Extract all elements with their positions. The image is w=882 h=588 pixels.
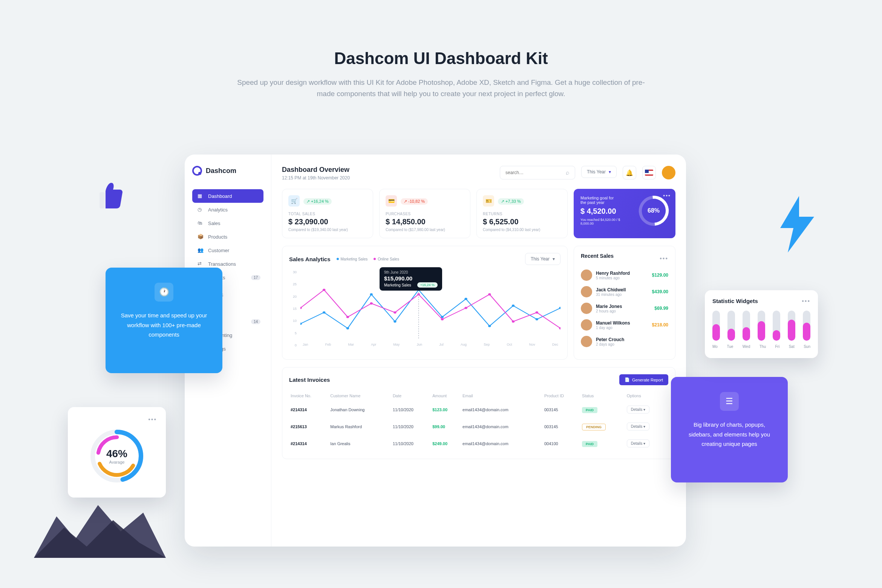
document-icon: 📄 xyxy=(625,377,630,382)
statistic-widget-card: Statistic Widgets••• MoTueWedThuFriSatSu… xyxy=(705,290,818,358)
svg-point-15 xyxy=(346,316,349,318)
marketing-goal-card: •••Marketing goal for the past year$ 4,5… xyxy=(574,189,675,238)
sales-analytics-chart: Sales Analytics Marketing Sales Online S… xyxy=(282,246,568,360)
svg-point-11 xyxy=(536,318,538,320)
logo[interactable]: Dashcom xyxy=(192,166,263,176)
chart-tooltip: 9th June 2020 $15,090.00 Marketing Sales… xyxy=(380,267,442,291)
sidebar-item-products[interactable]: 📦Products xyxy=(192,230,263,243)
nav-icon: 👥 xyxy=(198,247,204,253)
svg-point-23 xyxy=(536,311,538,314)
nav-icon: ▦ xyxy=(198,193,204,199)
bar xyxy=(788,311,795,341)
language-button[interactable] xyxy=(642,166,656,179)
svg-point-20 xyxy=(464,307,467,309)
legend-online: Online Sales xyxy=(374,257,399,261)
svg-point-5 xyxy=(394,320,396,323)
nav-icon: 📦 xyxy=(198,234,204,240)
invoices-title: Latest Invoices xyxy=(289,377,330,383)
more-icon[interactable]: ••• xyxy=(148,416,157,423)
bar xyxy=(758,311,765,341)
details-button[interactable]: Details ▾ xyxy=(627,423,649,430)
status-badge: PENDING xyxy=(582,424,606,430)
invoice-row: #214314Jonathan Downing11/10/2020$123.00… xyxy=(289,401,668,418)
invoice-row: #214314Ian Grealis11/10/2020$249.00email… xyxy=(289,435,668,452)
stat-card: 💳↗ -10,82 %PURCHASES$ 14,850.00Compared … xyxy=(379,189,470,238)
main-content: Dashboard Overview 12:15 PM at 19th Nove… xyxy=(271,155,686,547)
svg-point-2 xyxy=(323,311,325,314)
nav-icon: ◷ xyxy=(198,207,204,213)
sidebar-item-analytics[interactable]: ◷Analytics xyxy=(192,203,263,216)
svg-point-14 xyxy=(323,289,325,291)
clock-icon: 🕐 xyxy=(159,287,169,297)
promo-card-library: ☰ Big library of charts, popups, sidebar… xyxy=(671,377,788,482)
stat-delta: ↗ -10,82 % xyxy=(401,198,428,205)
nav-icon: 🛍 xyxy=(198,220,204,226)
recent-title: Recent Sales xyxy=(581,253,614,259)
bar xyxy=(712,311,720,341)
nav-icon: ⇄ xyxy=(198,261,204,267)
notification-button[interactable]: 🔔 xyxy=(623,166,636,179)
svg-rect-0 xyxy=(100,192,105,208)
bell-icon: 🔔 xyxy=(626,169,633,176)
status-badge: PAID xyxy=(582,441,597,447)
svg-point-10 xyxy=(512,305,514,307)
svg-point-19 xyxy=(441,318,444,320)
chart-title: Sales Analytics xyxy=(289,256,331,262)
avatar xyxy=(581,319,592,331)
recent-sales-panel: Recent Sales••• Henry Rashford5 minutes … xyxy=(574,246,675,360)
recent-sale-row[interactable]: Manuel Wilkons1 day ago$218.00 xyxy=(581,319,668,331)
svg-point-21 xyxy=(488,293,491,296)
chevron-down-icon: ▾ xyxy=(553,256,555,262)
chevron-down-icon: ▾ xyxy=(609,169,611,175)
sidebar-item-customer[interactable]: 👥Customer xyxy=(192,243,263,257)
generate-report-button[interactable]: 📄Generate Report xyxy=(619,374,668,385)
sidebar-item-dashboard[interactable]: ▦Dashboard xyxy=(192,189,263,203)
chart-period-dropdown[interactable]: This Year▾ xyxy=(525,253,560,265)
svg-point-9 xyxy=(488,325,491,327)
avatar xyxy=(581,336,592,347)
stat-icon: 🎫 xyxy=(483,195,494,207)
mountain-chart-icon xyxy=(34,494,166,558)
period-dropdown[interactable]: This Year ▾ xyxy=(581,166,617,178)
svg-point-4 xyxy=(370,293,372,296)
stat-widget-title: Statistic Widgets xyxy=(712,298,758,305)
recent-sale-row[interactable]: Peter Crouch2 days ago xyxy=(581,336,668,347)
logo-icon xyxy=(192,166,202,176)
search-input[interactable]: ⌕ xyxy=(500,166,575,179)
invoices-panel: Latest Invoices 📄Generate Report Invoice… xyxy=(282,367,675,459)
bar xyxy=(727,311,735,341)
avatar xyxy=(581,303,592,314)
donut-chart: 46%Avarage xyxy=(87,426,147,486)
app-window: Dashcom ▦Dashboard◷Analytics🛍Sales📦Produ… xyxy=(185,155,686,547)
layers-icon: ☰ xyxy=(726,397,733,406)
logo-text: Dashcom xyxy=(206,167,236,175)
user-avatar[interactable] xyxy=(662,166,675,179)
stat-card: 🎫↗ +7,33 %RETURNS$ 6,525.00Compared to (… xyxy=(476,189,568,238)
svg-point-8 xyxy=(464,298,467,300)
details-button[interactable]: Details ▾ xyxy=(627,439,649,447)
recent-sale-row[interactable]: Jack Chidwell31 minutes ago$439.00 xyxy=(581,286,668,297)
stat-delta: ↗ +7,33 % xyxy=(498,198,524,205)
svg-point-22 xyxy=(512,320,514,323)
more-icon[interactable]: ••• xyxy=(660,255,668,262)
svg-point-17 xyxy=(394,311,396,314)
invoice-row: #215613Markus Rashford11/10/2020$99.00em… xyxy=(289,418,668,435)
thumbs-up-icon xyxy=(94,177,124,211)
stat-icon: 🛒 xyxy=(288,195,300,207)
more-icon[interactable]: ••• xyxy=(663,193,671,199)
recent-sale-row[interactable]: Marie Jones2 hours ago$69.99 xyxy=(581,303,668,314)
details-button[interactable]: Details ▾ xyxy=(627,406,649,413)
svg-point-16 xyxy=(370,302,372,305)
us-flag-icon xyxy=(645,170,653,176)
sidebar-item-sales[interactable]: 🛍Sales xyxy=(192,216,263,230)
search-icon: ⌕ xyxy=(566,169,570,176)
legend-marketing: Marketing Sales xyxy=(337,257,368,261)
average-donut-card: ••• 46%Avarage xyxy=(68,407,166,498)
stat-icon: 💳 xyxy=(386,195,397,207)
page-title: Dashboard Overview xyxy=(282,166,350,174)
recent-sale-row[interactable]: Henry Rashford5 minutes ago$129.00 xyxy=(581,270,668,281)
hero-subtitle: Speed up your design workflow with this … xyxy=(234,77,648,100)
status-badge: PAID xyxy=(582,407,597,413)
more-icon[interactable]: ••• xyxy=(802,298,810,305)
stat-card: 🛒↗ +16,24 %TOTAL SALES$ 23,090.00Compare… xyxy=(282,189,373,238)
